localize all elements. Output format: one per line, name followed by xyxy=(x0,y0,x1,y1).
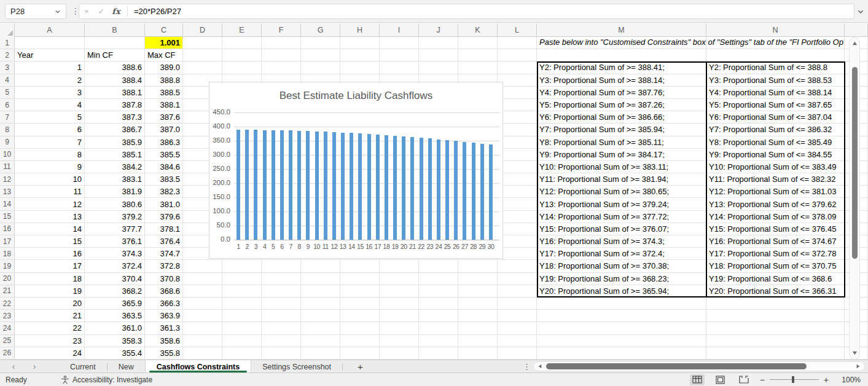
cell-D19[interactable] xyxy=(183,260,222,272)
cell-C5[interactable]: 388.5 xyxy=(145,87,183,99)
page-break-view-button[interactable] xyxy=(737,374,751,385)
column-header-F[interactable]: F xyxy=(262,23,301,37)
cell-B17[interactable]: 376.1 xyxy=(85,235,145,248)
zoom-slider-handle[interactable] xyxy=(792,376,794,383)
cell-B4[interactable]: 388.4 xyxy=(85,74,145,87)
cell-I26[interactable] xyxy=(380,347,419,360)
page-layout-view-button[interactable] xyxy=(713,374,728,385)
cell-E21[interactable] xyxy=(222,285,262,297)
cell-C7[interactable]: 387.6 xyxy=(145,111,183,124)
cell-J26[interactable] xyxy=(419,347,458,360)
cell-H22[interactable] xyxy=(340,297,380,310)
scroll-left-icon[interactable] xyxy=(538,364,542,369)
row-header-13[interactable]: 13 xyxy=(0,186,15,198)
cell-M17[interactable]: Y16: Proportional Sum of >= 374.3; xyxy=(537,235,706,248)
cell-C16[interactable]: 378.1 xyxy=(145,223,183,235)
cell-F19[interactable] xyxy=(262,260,301,272)
cell-C1[interactable]: 1.001 xyxy=(145,37,183,49)
cell-D23[interactable] xyxy=(183,310,222,322)
cell-F22[interactable] xyxy=(262,297,301,310)
cell-A4[interactable]: 2 xyxy=(15,74,85,87)
cell-N25[interactable] xyxy=(706,335,845,347)
cell-I3[interactable] xyxy=(380,61,419,74)
row-header-9[interactable]: 9 xyxy=(0,136,15,149)
select-all-corner[interactable] xyxy=(0,23,15,37)
row-header-11[interactable]: 11 xyxy=(0,161,15,173)
cell-F2[interactable] xyxy=(262,49,301,61)
cell-E2[interactable] xyxy=(222,49,262,61)
cell-A6[interactable]: 4 xyxy=(15,99,85,111)
zoom-out-button[interactable]: − xyxy=(760,375,765,385)
row-header-15[interactable]: 15 xyxy=(0,211,15,223)
cell-E3[interactable] xyxy=(222,61,262,74)
row-header-2[interactable]: 2 xyxy=(0,49,15,61)
cell-L7[interactable] xyxy=(498,111,537,124)
sheet-tab-new[interactable]: New xyxy=(108,360,145,373)
cell-B2[interactable]: Min CF xyxy=(85,49,145,61)
cell-C3[interactable]: 389.0 xyxy=(145,61,183,74)
cell-N9[interactable]: Y8: Proportional Sum of <= 385.49 xyxy=(706,136,845,149)
cell-I19[interactable] xyxy=(380,260,419,272)
row-header-21[interactable]: 21 xyxy=(0,285,15,297)
insert-function-icon[interactable]: fx xyxy=(109,7,123,16)
cell-F20[interactable] xyxy=(262,273,301,285)
cell-C26[interactable]: 355.8 xyxy=(145,347,183,360)
cell-L6[interactable] xyxy=(498,99,537,111)
cell-M24[interactable] xyxy=(537,322,706,334)
cell-H19[interactable] xyxy=(340,260,380,272)
cell-J23[interactable] xyxy=(419,310,458,322)
sheet-nav-right-icon[interactable]: › xyxy=(28,361,41,371)
cell-I21[interactable] xyxy=(380,285,419,297)
cell-K1[interactable] xyxy=(458,37,498,49)
cell-M6[interactable]: Y5: Proportional Sum of >= 387.26; xyxy=(537,99,706,111)
cell-B21[interactable]: 368.2 xyxy=(85,285,145,297)
cell-D24[interactable] xyxy=(183,322,222,334)
cell-G20[interactable] xyxy=(301,273,340,285)
vertical-scroll-thumb[interactable] xyxy=(852,67,858,259)
cell-G22[interactable] xyxy=(301,297,340,310)
cell-H2[interactable] xyxy=(340,49,380,61)
cell-L13[interactable] xyxy=(498,186,537,198)
column-header-G[interactable]: G xyxy=(301,23,340,37)
vertical-scrollbar[interactable] xyxy=(849,37,860,360)
name-box[interactable]: P28 xyxy=(5,4,66,19)
cell-M23[interactable] xyxy=(537,310,706,322)
cell-M9[interactable]: Y8: Proportional Sum of >= 385.11; xyxy=(537,136,706,149)
row-header-8[interactable]: 8 xyxy=(0,124,15,136)
cell-M20[interactable]: Y19: Proportional Sum of >= 368.23; xyxy=(537,273,706,285)
cell-N22[interactable] xyxy=(706,297,845,310)
cell-J25[interactable] xyxy=(419,335,458,347)
cell-B8[interactable]: 386.7 xyxy=(85,124,145,136)
cell-J1[interactable] xyxy=(419,37,458,49)
cell-C19[interactable]: 372.8 xyxy=(145,260,183,272)
cell-B7[interactable]: 387.3 xyxy=(85,111,145,124)
cell-J24[interactable] xyxy=(419,322,458,334)
cell-E22[interactable] xyxy=(222,297,262,310)
cell-M25[interactable] xyxy=(537,335,706,347)
cell-K24[interactable] xyxy=(458,322,498,334)
cell-N19[interactable]: Y18: Proportional Sum of <= 370.75 xyxy=(706,260,845,272)
cell-A19[interactable]: 17 xyxy=(15,260,85,272)
row-header-14[interactable]: 14 xyxy=(0,198,15,210)
tab-options-icon[interactable]: ⋮ xyxy=(523,362,531,371)
cell-N23[interactable] xyxy=(706,310,845,322)
row-header-10[interactable]: 10 xyxy=(0,149,15,161)
cell-J20[interactable] xyxy=(419,273,458,285)
cell-M7[interactable]: Y6: Proportional Sum of >= 386.66; xyxy=(537,111,706,124)
cell-B19[interactable]: 372.4 xyxy=(85,260,145,272)
cell-L11[interactable] xyxy=(498,161,537,173)
cell-H24[interactable] xyxy=(340,322,380,334)
cell-J2[interactable] xyxy=(419,49,458,61)
cell-G3[interactable] xyxy=(301,61,340,74)
cell-N16[interactable]: Y15: Proportional Sum of <= 376.45 xyxy=(706,223,845,235)
cell-A16[interactable]: 14 xyxy=(15,223,85,235)
cell-L18[interactable] xyxy=(498,248,537,260)
cell-H20[interactable] xyxy=(340,273,380,285)
cell-C13[interactable]: 382.3 xyxy=(145,186,183,198)
cell-G1[interactable] xyxy=(301,37,340,49)
cell-K20[interactable] xyxy=(458,273,498,285)
column-header-K[interactable]: K xyxy=(458,23,498,37)
cell-C8[interactable]: 387.0 xyxy=(145,124,183,136)
column-header-N[interactable]: N xyxy=(706,23,845,37)
cell-M26[interactable] xyxy=(537,347,706,360)
